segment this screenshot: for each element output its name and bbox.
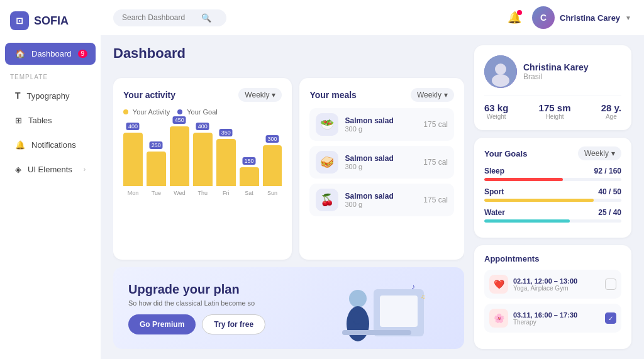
bar-value-label: 250 xyxy=(150,141,163,149)
bar-day-label: Tue xyxy=(152,190,161,196)
topbar: 🔍 🔔 C Christina Carey ▼ xyxy=(101,0,644,35)
sidebar-label-tables: Tables xyxy=(28,116,52,125)
legend-goal-dot xyxy=(177,109,182,114)
meal-amount: 300 g xyxy=(345,125,417,133)
meal-name: Salmon salad xyxy=(345,192,417,201)
svg-point-2 xyxy=(349,290,367,307)
top-panels: Your activity Weekly ▾ Your Activity xyxy=(113,78,464,260)
stat-weight-value: 63 kg xyxy=(484,102,508,113)
go-premium-button[interactable]: Go Premium xyxy=(128,314,196,334)
appointment-icon: ❤️ xyxy=(489,275,508,294)
meal-icon: 🍒 xyxy=(316,189,338,211)
activity-card-header: Your activity Weekly ▾ xyxy=(123,88,282,102)
try-free-button[interactable]: Try for free xyxy=(202,314,265,334)
upgrade-svg: ♪ ♫ xyxy=(323,277,449,346)
username: Christina Carey xyxy=(560,13,620,23)
meals-period-chevron: ▾ xyxy=(444,91,448,99)
svg-point-11 xyxy=(492,74,509,87)
appointment-item: ❤️ 02.11, 12:00 – 13:00 Yoga, Airplace G… xyxy=(484,270,621,299)
goals-period-chevron: ▾ xyxy=(611,149,615,158)
goal-fill xyxy=(484,219,570,223)
appointment-checkbox[interactable]: ✓ xyxy=(605,312,616,324)
upgrade-illustration: ♪ ♫ xyxy=(323,270,449,346)
content-area: Dashboard Your activity Weekly ▾ xyxy=(101,35,644,359)
bar: 450 xyxy=(170,126,189,186)
bar-group: 450 Wed xyxy=(170,126,189,196)
goal-values: 92 / 160 xyxy=(594,167,621,175)
sidebar-item-notifications[interactable]: 🔔 Notifications xyxy=(5,134,96,156)
search-input[interactable] xyxy=(122,13,197,22)
left-column: Dashboard Your activity Weekly ▾ xyxy=(113,45,464,349)
user-avatar: C xyxy=(532,6,555,29)
upgrade-title: Upgrade your plan xyxy=(128,282,265,297)
profile-name: Christina Karey xyxy=(523,62,588,72)
app-logo[interactable]: ⊡ SOFIA xyxy=(0,0,101,41)
search-box[interactable]: 🔍 xyxy=(113,9,226,26)
goals-period-label: Weekly xyxy=(584,149,609,158)
appointments-list: ❤️ 02.11, 12:00 – 13:00 Yoga, Airplace G… xyxy=(484,270,621,333)
upgrade-text: Upgrade your plan So how did the classic… xyxy=(128,282,265,334)
bar: 300 xyxy=(263,145,282,186)
right-panel: Christina Karey Brasil 63 kg Weight 175 … xyxy=(474,45,631,349)
search-icon: 🔍 xyxy=(201,13,211,23)
activity-chart: 400 Mon 250 Tue 450 Wed 400 Thu 350 Fri xyxy=(123,121,282,202)
tables-icon: ⊞ xyxy=(15,116,22,125)
meal-item: 🍒 Salmon salad 300 g 175 cal xyxy=(309,184,454,216)
notifications-icon: 🔔 xyxy=(15,140,25,150)
goal-values: 40 / 50 xyxy=(598,187,621,196)
legend-activity: Your Activity xyxy=(123,108,170,116)
meals-title: Your meals xyxy=(309,90,356,100)
sidebar-label-typography: Typography xyxy=(27,91,70,101)
appointment-name: Therapy xyxy=(513,319,600,326)
appointment-checkbox[interactable] xyxy=(605,279,616,290)
bar: 150 xyxy=(240,167,259,186)
user-menu[interactable]: C Christina Carey ▼ xyxy=(532,6,631,29)
meal-item: 🥪 Salmon salad 300 g 175 cal xyxy=(309,146,454,179)
sidebar-item-dashboard[interactable]: 🏠 Dashboard 9 xyxy=(5,43,96,65)
meal-icon: 🥪 xyxy=(316,151,338,174)
goal-row: Sleep 92 / 160 xyxy=(484,167,621,181)
bars-container: 400 Mon 250 Tue 450 Wed 400 Thu 350 Fri xyxy=(123,121,282,196)
goals-period-dropdown[interactable]: Weekly ▾ xyxy=(578,146,621,160)
meal-info: Salmon salad 300 g xyxy=(345,116,417,133)
svg-text:♫: ♫ xyxy=(421,293,426,300)
chart-legend: Your Activity Your Goal xyxy=(123,108,282,116)
goals-list: Sleep 92 / 160 Sport 40 / 50 Water 25 / … xyxy=(484,167,621,223)
meals-period-dropdown[interactable]: Weekly ▾ xyxy=(411,88,454,102)
sidebar-label-notifications: Notifications xyxy=(31,140,76,150)
bar-group: 400 Mon xyxy=(123,133,143,196)
dashboard-badge: 9 xyxy=(78,50,88,58)
sidebar-item-tables[interactable]: ⊞ Tables xyxy=(5,109,96,131)
appointment-info: 03.11, 16:00 – 17:30 Therapy xyxy=(513,311,600,326)
goal-label: Sleep xyxy=(484,167,504,175)
bar-day-label: Thu xyxy=(197,190,208,196)
upgrade-subtitle: So how did the classical Latin become so xyxy=(128,299,265,307)
meal-name: Salmon salad xyxy=(345,154,417,163)
goals-title: Your Goals xyxy=(484,149,527,158)
sidebar-item-ui-elements[interactable]: ◈ UI Elements › xyxy=(5,158,96,180)
goal-label-row: Sleep 92 / 160 xyxy=(484,167,621,175)
appointment-icon: 🌸 xyxy=(489,309,508,328)
bar-group: 150 Sat xyxy=(240,167,259,196)
sidebar-label-ui-elements: UI Elements xyxy=(28,165,72,174)
appointments-card: Appointments ❤️ 02.11, 12:00 – 13:00 Yog… xyxy=(474,245,631,349)
bar-group: 350 Fri xyxy=(216,139,236,196)
goal-progress-bar xyxy=(484,199,621,202)
notification-bell[interactable]: 🔔 xyxy=(504,8,525,28)
activity-period-dropdown[interactable]: Weekly ▾ xyxy=(238,88,282,102)
bar-day-label: Wed xyxy=(174,190,185,196)
stat-height: 175 sm Height xyxy=(539,102,571,120)
appointment-info: 02.11, 12:00 – 13:00 Yoga, Airplace Gym xyxy=(513,277,600,292)
bar-value-label: 300 xyxy=(265,135,279,143)
template-section-label: TEMPLATE xyxy=(0,66,101,83)
legend-activity-dot xyxy=(123,109,128,114)
bar-day-label: Sun xyxy=(267,190,277,196)
stat-age-label: Age xyxy=(601,113,621,120)
user-chevron-icon: ▼ xyxy=(625,14,631,21)
sidebar-item-typography[interactable]: T Typography xyxy=(5,84,96,107)
bar: 400 xyxy=(193,133,213,186)
bar-group: 400 Thu xyxy=(193,133,213,196)
goal-fill xyxy=(484,199,594,202)
meal-name: Salmon salad xyxy=(345,116,417,125)
goal-progress-bar xyxy=(484,178,621,181)
